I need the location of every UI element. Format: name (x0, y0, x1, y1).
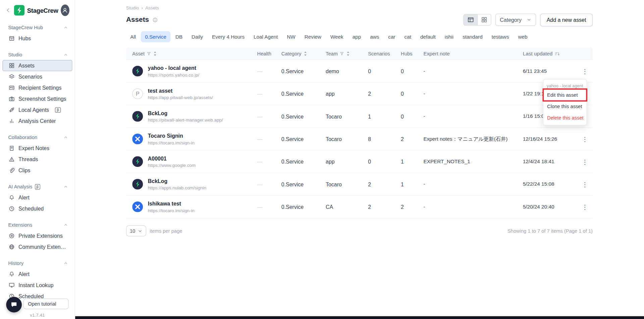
column-header-team[interactable]: Team (320, 51, 364, 56)
asset-favicon-blue-x (132, 201, 143, 212)
row-kebab-menu-button[interactable]: ⋮ (580, 202, 590, 212)
menu-item-delete-this-asset[interactable]: Delete this asset (543, 112, 587, 124)
asset-name[interactable]: Tocaro Signin (148, 133, 195, 139)
tab-every-4-hours[interactable]: Every 4 Hours (208, 31, 249, 42)
column-header-category[interactable]: Category (275, 51, 320, 56)
asset-row-tocaro-signin[interactable]: Tocaro Signinhttps://tocaro.im/sign-in—0… (126, 128, 593, 150)
asset-row-bcklog[interactable]: BckLoghttps://apps.nulab.com/signin—0.Se… (126, 173, 593, 196)
sidebar-item-analysis-center[interactable]: Analysis Center (2, 116, 72, 127)
menu-item-edit-this-asset[interactable]: Edit this asset (543, 89, 587, 101)
sidebar-item-community-extensions[interactable]: Community Extensions (2, 241, 72, 253)
sidebar-item-private-extensions[interactable]: Private Extensions (2, 230, 72, 241)
breadcrumb-assets[interactable]: Assets (145, 5, 159, 10)
tab-web[interactable]: web (514, 31, 532, 42)
main-content: Studio › Assets Assets Category Add a (75, 0, 644, 319)
tab-0-service[interactable]: 0.Service (141, 31, 170, 42)
row-kebab-menu-button[interactable]: ⋮ (580, 157, 590, 167)
tab-default[interactable]: default (416, 31, 440, 42)
sidebar-item-screenshot-settings[interactable]: Screenshot Settings (2, 93, 72, 104)
sidebar-item-instant-lookup[interactable]: Instant Lookup (2, 280, 72, 291)
sidebar-section-header-history[interactable]: History (0, 258, 75, 269)
sidebar-item-clips[interactable]: Clips (2, 165, 72, 176)
sidebar-item-label: Assets (18, 62, 35, 69)
asset-name[interactable]: yahoo - local agent (148, 65, 200, 71)
asset-row-yahoo-local-agent[interactable]: yahoo - local agenthttps://sports.yahoo.… (126, 60, 593, 83)
asset-cell: yahoo - local agenthttps://sports.yahoo.… (126, 65, 255, 77)
sidebar-item-expert-notes[interactable]: Expert Notes (2, 143, 72, 154)
sidebar-section-header-studio[interactable]: Studio (0, 49, 75, 60)
sidebar-item-label: Alert (18, 194, 30, 200)
sidebar-item-label: Recipient Settings (18, 85, 61, 91)
sidebar-section-header-ai-analysis[interactable]: AI Analysisβ (0, 181, 75, 192)
sidebar-item-scenarios[interactable]: Scenarios (2, 71, 72, 82)
tab-standard[interactable]: standard (459, 31, 487, 42)
tab-ishii[interactable]: ishii (441, 31, 458, 42)
tab-aws[interactable]: aws (366, 31, 383, 42)
asset-name[interactable]: BckLog (148, 110, 223, 116)
health-cell: — (255, 113, 275, 119)
column-header-last-updated[interactable]: Last updated (520, 51, 577, 56)
sidebar-section-header-stagecrew-hub[interactable]: StageCrew Hub (0, 22, 75, 33)
sidebar-header: StageCrew (0, 0, 75, 20)
asset-row-bcklog[interactable]: BckLoghttps://pitwall-alert-manager.web.… (126, 105, 593, 128)
chevron-up-icon (63, 184, 68, 189)
tab-week[interactable]: Week (326, 31, 347, 42)
grid-view-button[interactable] (477, 14, 491, 25)
asset-name[interactable]: Ishikawa test (148, 201, 195, 207)
sidebar-section-header-collaboration[interactable]: Collaboration (0, 132, 75, 143)
back-chevron-icon[interactable] (5, 7, 12, 14)
section-label: Extensions (8, 222, 63, 228)
row-kebab-menu-button[interactable]: ⋮ (580, 66, 590, 76)
column-header-asset[interactable]: Asset (126, 51, 255, 56)
user-avatar[interactable] (61, 4, 69, 16)
column-header-health[interactable]: Health (255, 51, 275, 56)
tab-daily[interactable]: Daily (187, 31, 207, 42)
asset-row-a00001[interactable]: A00001https://www.google.com—0.Serviceap… (126, 150, 593, 173)
tab-all[interactable]: All (126, 31, 140, 42)
tab-db[interactable]: DB (171, 31, 187, 42)
asset-name[interactable]: test asset (148, 88, 213, 94)
row-kebab-menu-button[interactable]: ⋮ (580, 134, 590, 144)
sidebar-item-recipient-settings[interactable]: Recipient Settings (2, 82, 72, 93)
sidebar-item-local-agents[interactable]: Local Agentsβ (2, 104, 72, 116)
tab-car[interactable]: car (384, 31, 399, 42)
sidebar-item-hubs[interactable]: Hubs (2, 33, 72, 44)
tab-nw[interactable]: NW (283, 31, 300, 42)
tab-cat[interactable]: cat (400, 31, 415, 42)
menu-item-clone-this-asset[interactable]: Clone this asset (543, 101, 587, 112)
sidebar-item-scheduled[interactable]: Scheduled (2, 203, 72, 214)
expert-note-cell: - (421, 181, 520, 187)
sidebar-item-assets[interactable]: Assets (2, 60, 72, 71)
category-filter-select[interactable]: Category (495, 13, 536, 26)
list-view-button[interactable] (464, 14, 477, 25)
column-header-hubs[interactable]: Hubs (396, 51, 421, 56)
column-label: Asset (132, 51, 145, 56)
tab-testaws[interactable]: testaws (487, 31, 513, 42)
sidebar-item-label: Private Extensions (18, 233, 63, 239)
breadcrumb-studio[interactable]: Studio (126, 5, 139, 10)
tab-loal-agent[interactable]: Loal Agent (250, 31, 282, 42)
version-label: v1.7.41 (0, 313, 75, 318)
open-tutorial-button[interactable]: Open tutorial (23, 299, 69, 309)
sidebar-item-label: Expert Notes (18, 145, 49, 151)
column-header-expert-note[interactable]: Expert note (421, 51, 520, 56)
asset-url: https://apps.nulab.com/signin (148, 185, 206, 190)
add-asset-button[interactable]: Add a new asset (540, 13, 593, 26)
asset-name[interactable]: BckLog (148, 178, 206, 184)
sidebar-item-alert[interactable]: Alert (2, 192, 72, 203)
column-header-scenarios[interactable]: Scenarios (364, 51, 396, 56)
section-label: AI Analysisβ (8, 184, 63, 189)
tab-review[interactable]: Review (300, 31, 325, 42)
row-kebab-menu-button[interactable]: ⋮ (580, 179, 590, 189)
asset-name[interactable]: A00001 (148, 155, 196, 162)
info-icon[interactable] (152, 17, 158, 22)
chat-widget-button[interactable] (6, 297, 22, 313)
sidebar-section-header-extensions[interactable]: Extensions (0, 220, 75, 230)
asset-row-ishikawa-test[interactable]: Ishikawa testhttps://tocaro.im/sign-in—0… (126, 196, 593, 218)
plugin-icon (9, 233, 15, 239)
sidebar-item-threads[interactable]: Threads (2, 154, 72, 165)
tab-app[interactable]: app (348, 31, 365, 42)
per-page-select[interactable]: 10 (126, 225, 146, 236)
asset-row-test-asset[interactable]: Ptest assethttps://app.pitwall-web.jp/as… (126, 83, 593, 105)
sidebar-item-alert[interactable]: Alert (2, 269, 72, 280)
